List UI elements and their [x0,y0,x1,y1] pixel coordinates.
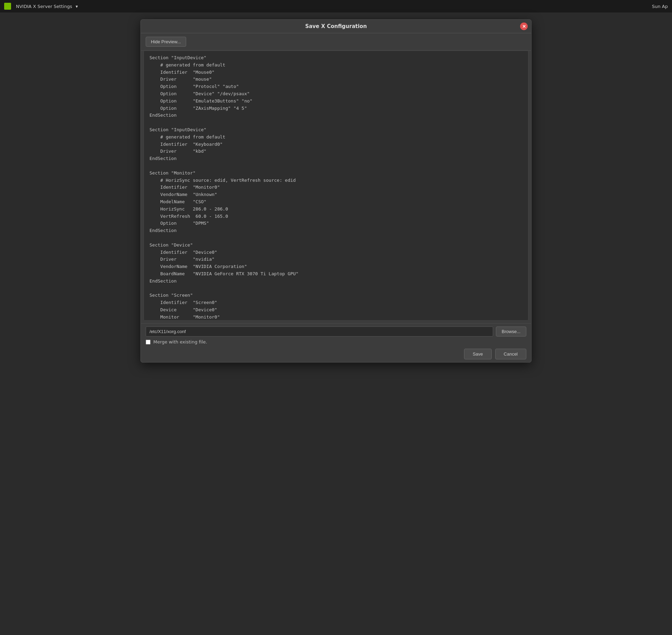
app-label: NVIDIA X Server Settings [16,4,72,9]
browse-button[interactable]: Browse... [496,327,526,337]
dialog-overlay: Save X Configuration ✕ Hide Preview... S… [0,12,672,635]
config-text: Section "InputDevice" # generated from d… [149,54,523,321]
taskbar-time: Sun Ap [652,4,668,9]
close-button[interactable]: ✕ [520,23,528,30]
dialog-footer: Browse... Merge with existing file. Save… [141,323,531,362]
dialog-title: Save X Configuration [305,23,367,29]
save-button[interactable]: Save [464,349,492,359]
filepath-row: Browse... [146,327,526,337]
taskbar: NVIDIA X Server Settings ▾ Sun Ap [0,0,672,12]
hide-preview-button[interactable]: Hide Preview... [146,37,186,47]
merge-row: Merge with existing file. [146,339,526,345]
merge-checkbox[interactable] [146,340,151,345]
taskbar-left: NVIDIA X Server Settings ▾ [4,3,78,10]
dropdown-icon[interactable]: ▾ [75,4,78,9]
dialog-toolbar: Hide Preview... [141,33,531,51]
dialog-titlebar: Save X Configuration ✕ [141,20,531,33]
action-row: Save Cancel [146,347,526,359]
cancel-button[interactable]: Cancel [495,349,526,359]
save-x-config-dialog: Save X Configuration ✕ Hide Preview... S… [140,19,532,363]
desktop: Save X Configuration ✕ Hide Preview... S… [0,12,672,635]
nvidia-icon [4,3,11,10]
config-preview-area: Section "InputDevice" # generated from d… [144,51,528,321]
merge-label: Merge with existing file. [153,339,207,345]
filepath-input[interactable] [146,327,493,337]
